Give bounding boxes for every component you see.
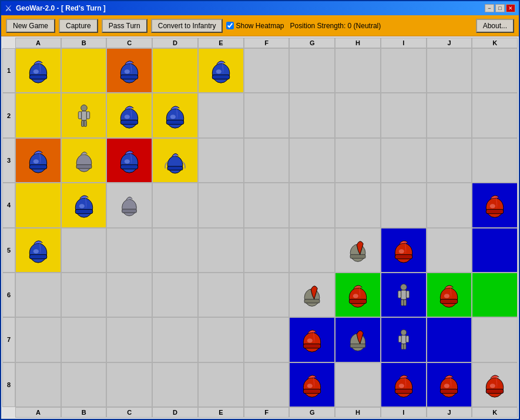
cell-I7[interactable] <box>381 317 427 362</box>
cell-I4[interactable] <box>381 183 427 227</box>
cell-F8[interactable] <box>244 362 290 407</box>
cell-A6[interactable] <box>15 273 61 317</box>
show-heatmap-checkbox[interactable] <box>226 22 234 29</box>
cell-J1[interactable] <box>427 48 472 93</box>
cell-J7[interactable] <box>427 317 472 362</box>
cell-C4[interactable] <box>106 183 152 227</box>
cell-C2[interactable] <box>106 93 152 137</box>
cell-H2[interactable] <box>335 93 381 137</box>
cell-F4[interactable] <box>244 183 290 227</box>
cell-G4[interactable] <box>289 183 335 227</box>
cell-J2[interactable] <box>427 93 472 137</box>
cell-H6[interactable] <box>335 273 381 317</box>
cell-C6[interactable] <box>106 273 152 317</box>
convert-to-infantry-button[interactable]: Convert to Infantry <box>151 19 223 33</box>
cell-E2[interactable] <box>198 93 244 137</box>
cell-G6[interactable] <box>289 273 335 317</box>
cell-F5[interactable] <box>244 228 290 273</box>
new-game-button[interactable]: New Game <box>6 19 55 33</box>
cell-J6[interactable] <box>427 273 472 317</box>
cell-D5[interactable] <box>152 228 198 273</box>
cell-D4[interactable] <box>152 183 198 227</box>
cell-B2[interactable] <box>61 93 107 137</box>
cell-F7[interactable] <box>244 317 290 362</box>
cell-D7[interactable] <box>152 317 198 362</box>
cell-I3[interactable] <box>381 138 427 183</box>
cell-J4[interactable] <box>427 183 472 227</box>
cell-B8[interactable] <box>61 362 107 407</box>
cell-K1[interactable] <box>472 48 518 93</box>
cell-A5[interactable] <box>15 228 61 273</box>
cell-C8[interactable] <box>106 362 152 407</box>
cell-G5[interactable] <box>289 228 335 273</box>
cell-I5[interactable] <box>381 228 427 273</box>
cell-K7[interactable] <box>472 317 518 362</box>
cell-E3[interactable] <box>198 138 244 183</box>
cell-B7[interactable] <box>61 317 107 362</box>
cell-D2[interactable] <box>152 93 198 137</box>
cell-I2[interactable] <box>381 93 427 137</box>
about-button[interactable]: About... <box>476 19 514 33</box>
cell-E5[interactable] <box>198 228 244 273</box>
cell-F1[interactable] <box>244 48 290 93</box>
cell-C5[interactable] <box>106 228 152 273</box>
cell-H7[interactable] <box>335 317 381 362</box>
cell-G3[interactable] <box>289 138 335 183</box>
cell-A7[interactable] <box>15 317 61 362</box>
cell-H1[interactable] <box>335 48 381 93</box>
cell-H8[interactable] <box>335 362 381 407</box>
restore-button[interactable]: □ <box>495 4 505 12</box>
cell-G1[interactable] <box>289 48 335 93</box>
cell-G8[interactable] <box>289 362 335 407</box>
cell-H5[interactable] <box>335 228 381 273</box>
cell-A4[interactable] <box>15 183 61 227</box>
cell-G2[interactable] <box>289 93 335 137</box>
cell-D3[interactable] <box>152 138 198 183</box>
cell-D1[interactable] <box>152 48 198 93</box>
toolbar: New Game Capture Pass Turn Convert to In… <box>1 15 519 36</box>
cell-E4[interactable] <box>198 183 244 227</box>
cell-E1[interactable] <box>198 48 244 93</box>
show-heatmap-label[interactable]: Show Heatmap <box>226 22 284 30</box>
cell-H3[interactable] <box>335 138 381 183</box>
cell-E7[interactable] <box>198 317 244 362</box>
cell-F3[interactable] <box>244 138 290 183</box>
cell-B6[interactable] <box>61 273 107 317</box>
close-button[interactable]: ✕ <box>506 4 515 12</box>
cell-K4[interactable] <box>472 183 518 227</box>
cell-F6[interactable] <box>244 273 290 317</box>
minimize-button[interactable]: − <box>485 4 494 12</box>
cell-K3[interactable] <box>472 138 518 183</box>
cell-I1[interactable] <box>381 48 427 93</box>
cell-C7[interactable] <box>106 317 152 362</box>
cell-K5[interactable] <box>472 228 518 273</box>
pass-turn-button[interactable]: Pass Turn <box>102 19 147 33</box>
cell-B3[interactable] <box>61 138 107 183</box>
cell-F2[interactable] <box>244 93 290 137</box>
grid-row-3: 3 <box>2 138 518 183</box>
cell-B1[interactable] <box>61 48 107 93</box>
cell-C3[interactable] <box>106 138 152 183</box>
cell-K6[interactable] <box>472 273 518 317</box>
cell-I6[interactable] <box>381 273 427 317</box>
cell-I8[interactable] <box>381 362 427 407</box>
cell-A2[interactable] <box>15 93 61 137</box>
cell-J5[interactable] <box>427 228 472 273</box>
cell-A3[interactable] <box>15 138 61 183</box>
cell-B4[interactable] <box>61 183 107 227</box>
cell-K2[interactable] <box>472 93 518 137</box>
cell-J8[interactable] <box>427 362 472 407</box>
cell-D8[interactable] <box>152 362 198 407</box>
cell-H4[interactable] <box>335 183 381 227</box>
cell-A1[interactable] <box>15 48 61 93</box>
cell-E8[interactable] <box>198 362 244 407</box>
capture-button[interactable]: Capture <box>59 19 98 33</box>
cell-G7[interactable] <box>289 317 335 362</box>
cell-B5[interactable] <box>61 228 107 273</box>
cell-C1[interactable] <box>106 48 152 93</box>
cell-J3[interactable] <box>427 138 472 183</box>
cell-A8[interactable] <box>15 362 61 407</box>
cell-D6[interactable] <box>152 273 198 317</box>
cell-K8[interactable] <box>472 362 518 407</box>
cell-E6[interactable] <box>198 273 244 317</box>
